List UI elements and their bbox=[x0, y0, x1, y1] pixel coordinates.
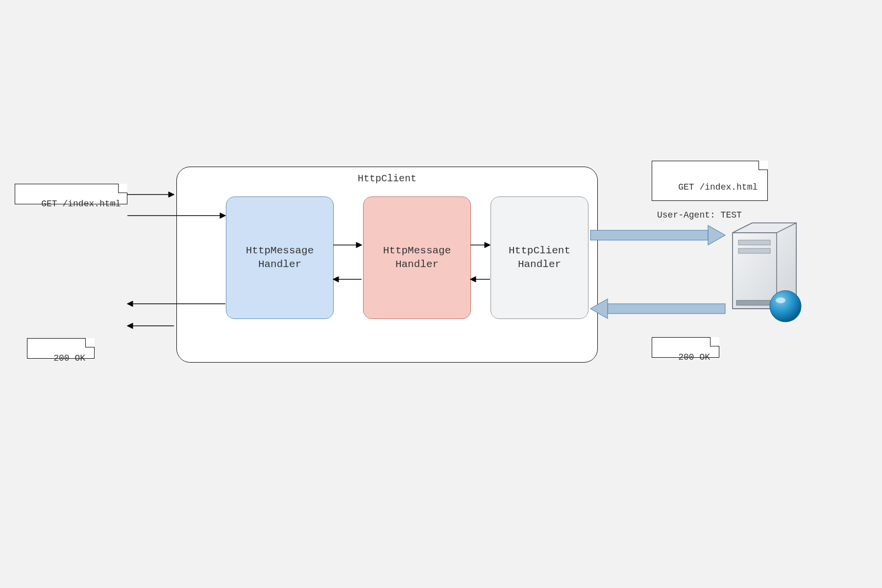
handler-httpmessage-1-label: HttpMessage Handler bbox=[246, 244, 314, 272]
svg-marker-12 bbox=[733, 223, 796, 309]
handler-httpclient-label: HttpClient Handler bbox=[509, 244, 570, 272]
httpclient-container: HttpClient HttpMessage Handler HttpMessa… bbox=[176, 167, 598, 363]
svg-marker-13 bbox=[733, 223, 796, 233]
server-icon bbox=[733, 223, 801, 322]
handler-httpmessage-2-label: HttpMessage Handler bbox=[383, 244, 451, 272]
note-request-left: GET /index.html bbox=[15, 184, 127, 204]
handler-httpclient: HttpClient Handler bbox=[490, 196, 588, 319]
svg-rect-8 bbox=[590, 230, 708, 240]
note-response-left-text: 200 OK bbox=[53, 353, 85, 363]
svg-rect-18 bbox=[736, 300, 773, 305]
handler-httpmessage-1: HttpMessage Handler bbox=[226, 196, 334, 319]
note-fold-icon bbox=[759, 161, 768, 170]
note-request-right-text: GET /index.html User-Agent: TEST bbox=[657, 182, 758, 220]
note-response-right: 200 OK bbox=[652, 337, 719, 358]
httpclient-title: HttpClient bbox=[177, 173, 597, 184]
note-request-left-text: GET /index.html bbox=[41, 199, 121, 209]
svg-marker-9 bbox=[708, 225, 725, 245]
note-fold-icon bbox=[118, 184, 127, 193]
diagram-canvas: HttpClient HttpMessage Handler HttpMessa… bbox=[0, 0, 882, 588]
handler-httpmessage-2: HttpMessage Handler bbox=[363, 196, 471, 319]
note-fold-icon bbox=[85, 338, 95, 347]
svg-rect-16 bbox=[738, 240, 770, 245]
note-request-right: GET /index.html User-Agent: TEST bbox=[652, 161, 768, 201]
note-fold-icon bbox=[710, 337, 719, 346]
arrow-from-server bbox=[590, 299, 725, 318]
note-response-left: 200 OK bbox=[27, 338, 95, 359]
svg-rect-17 bbox=[738, 248, 770, 253]
svg-point-19 bbox=[770, 291, 801, 322]
svg-rect-10 bbox=[608, 304, 725, 314]
svg-point-20 bbox=[776, 297, 785, 303]
note-response-right-text: 200 OK bbox=[678, 352, 710, 362]
